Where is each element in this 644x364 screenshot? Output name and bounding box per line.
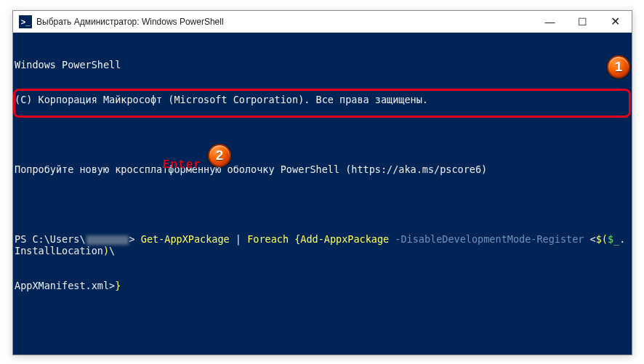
annotation-badge-2: 2 [208,144,231,167]
cmd-flag: -DisableDevelopmentMode-Register [395,233,589,245]
backslash: \ [109,245,115,256]
banner-line3: Попробуйте новую кроссплатформенную обол… [15,163,630,175]
annotation-badge-1: 1 [607,55,630,78]
window-controls: — ☐ ✕ [534,11,632,32]
lt: < [590,233,596,245]
banner-line2: (C) Корпорация Майкрософт (Microsoft Cor… [15,94,630,105]
cmd-addappx: Add-AppxPackage [300,233,395,245]
command-line-1: PS C:\Users\> Get-AppXPackage | Foreach … [15,233,630,256]
manifest: AppXManifest.xml [15,280,109,291]
dollar-open: $( [596,233,608,245]
pipeline-var: $_ [608,233,619,245]
brace-close: } [115,280,121,291]
titlebar[interactable]: >_ Выбрать Администратор: Windows PowerS… [13,11,632,33]
gt: > [109,280,115,291]
command-line-2: AppXManifest.xml>} [15,280,630,291]
username-blurred [86,235,129,245]
powershell-icon: >_ [19,15,32,28]
cmd-getappx: Get-AppXPackage [141,233,230,245]
blank-line [15,198,630,210]
maximize-button[interactable]: ☐ [566,11,599,32]
minimize-button[interactable]: — [534,11,566,32]
cmd-foreach: Foreach { [247,233,300,245]
prompt-gt: > [129,233,141,245]
terminal-area[interactable]: Windows PowerShell (C) Корпорация Майкро… [13,33,632,318]
annotation-label-enter: Enter [163,158,201,171]
pipe: | [230,233,247,245]
powershell-window: >_ Выбрать Администратор: Windows PowerS… [12,10,632,355]
window-title: Выбрать Администратор: Windows PowerShel… [36,17,534,27]
prompt-path: PS C:\Users\ [15,233,86,245]
paren-close: ) [103,245,109,256]
banner-line1: Windows PowerShell [15,59,630,70]
close-button[interactable]: ✕ [599,11,632,32]
blank-line [15,129,630,140]
